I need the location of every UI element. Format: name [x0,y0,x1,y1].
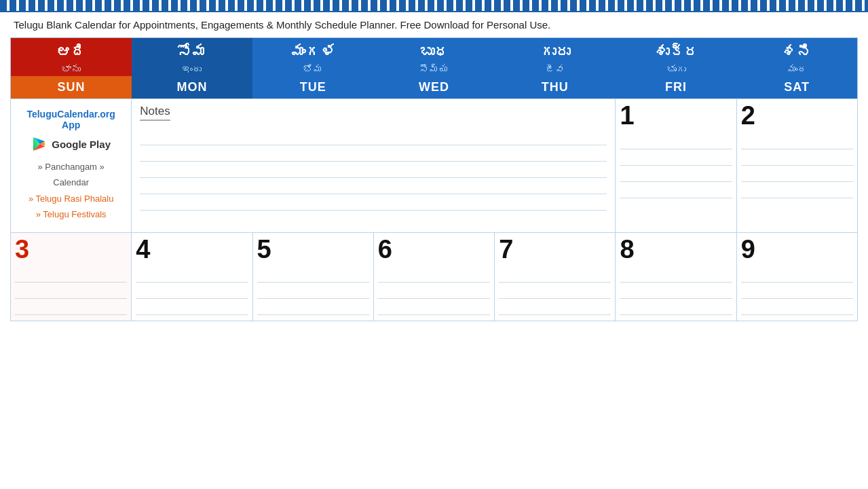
line [257,285,369,299]
line [620,152,732,166]
line [257,302,369,315]
header-mon-telugu: సోమ [132,38,252,63]
notes-lines [140,132,607,211]
header-telugu-row: ఆది సోమ మంగళ బుధ గురు శుక్ర శని [11,38,858,63]
app-promo: TeluguCalendar.org App [15,102,127,230]
header-thu-english: THU [495,76,616,99]
line [499,302,611,315]
header-wed-sanskrit: సౌమ్య [373,62,494,76]
header-tue-sanskrit: భోమ [252,62,373,76]
header-sat-sanskrit: మంద [736,62,857,76]
day-6-lines [378,269,490,315]
line [741,302,853,315]
day-1-lines [620,136,732,198]
line [741,285,853,299]
header-wed-english: WED [373,76,494,99]
day-8-lines [620,269,732,315]
note-line-3 [140,164,607,178]
line [741,185,853,198]
header-sanskrit-row: భాను ఇందు భోమ సౌమ్య జీవ భృగు మంద [11,62,858,76]
google-play-badge: Google Play [19,136,123,152]
day-4-number: 4 [136,236,248,264]
line [620,168,732,182]
day-9-lines [741,269,853,315]
day-9-cell: 9 [736,232,857,321]
line [620,302,732,315]
line [378,302,490,315]
header-mon-sanskrit: ఇందు [132,62,252,76]
header-sun-english: SUN [11,76,132,99]
day-6-cell: 6 [373,232,494,321]
google-play-icon [31,136,48,152]
day-1-number: 1 [620,102,732,130]
day-5-number: 5 [257,236,369,264]
line [741,152,853,166]
day-3-number: 3 [15,236,127,264]
line [15,302,127,315]
note-line-1 [140,132,607,145]
line [15,285,127,299]
note-line-5 [140,197,607,211]
day-7-lines [499,269,611,315]
day-4-lines [136,269,248,315]
header-thu-telugu: గురు [495,38,616,63]
notes-label: Notes [140,105,170,121]
google-play-text: Google Play [52,139,111,150]
header-mon-english: MON [132,76,252,99]
line [741,168,853,182]
link-festivals[interactable]: » Telugu Festivals [36,209,107,219]
note-line-4 [140,181,607,194]
line [136,285,248,299]
line [136,269,248,283]
header-sat-telugu: శని [736,38,857,63]
day-7-number: 7 [499,236,611,264]
day-2-number: 2 [741,102,853,130]
day-4-cell: 4 [132,232,252,321]
note-line-2 [140,148,607,162]
header-fri-english: FRI [616,76,736,99]
top-border [0,0,868,12]
day-8-cell: 8 [616,232,736,321]
line [499,285,611,299]
header-fri-telugu: శుక్ర [616,38,736,63]
line [499,269,611,283]
day-8-number: 8 [620,236,732,264]
header-sun-telugu: ఆది [11,38,132,63]
week-row-2: 3 4 5 [11,232,858,321]
line [620,269,732,283]
line [620,136,732,149]
line [15,269,127,283]
subtitle: Telugu Blank Calendar for Appointments, … [0,12,868,37]
day-2-lines [741,136,853,198]
day-9-number: 9 [741,236,853,264]
line [741,136,853,149]
header-sat-english: SAT [736,76,857,99]
day-1-cell: 1 [616,99,736,233]
header-tue-telugu: మంగళ [252,38,373,63]
header-sun-sanskrit: భాను [11,62,132,76]
header-fri-sanskrit: భృగు [616,62,736,76]
calendar-table: ఆది సోమ మంగళ బుధ గురు శుక్ర శని భాను ఇంద… [10,37,858,321]
link-rasi[interactable]: » Telugu Rasi Phalalu [29,194,114,204]
header-english-row: SUN MON TUE WED THU FRI SAT [11,76,858,99]
header-tue-english: TUE [252,76,373,99]
day-5-cell: 5 [252,232,373,321]
day-7-cell: 7 [495,232,616,321]
notes-cell: Notes [132,99,616,233]
day-3-lines [15,269,127,315]
site-link[interactable]: TeluguCalendar.org App [19,109,123,130]
line [378,269,490,283]
line [378,285,490,299]
line [136,302,248,315]
day-5-lines [257,269,369,315]
line [620,285,732,299]
day-3-cell: 3 [11,232,132,321]
line [257,269,369,283]
header-wed-telugu: బుధ [373,38,494,63]
line [741,269,853,283]
link-panchangam[interactable]: » Panchangam [37,162,96,172]
week-row-1: TeluguCalendar.org App [11,99,858,233]
header-thu-sanskrit: జీవ [495,62,616,76]
day-2-cell: 2 [736,99,857,233]
line [620,185,732,198]
